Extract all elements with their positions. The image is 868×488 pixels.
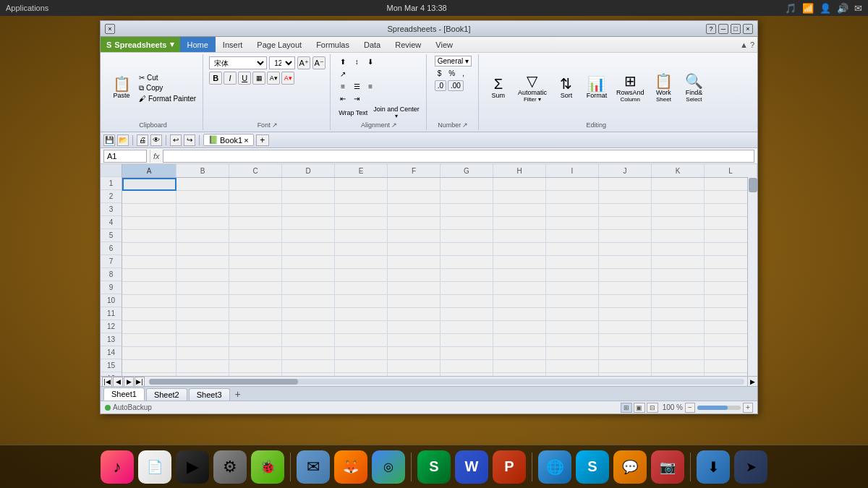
- cell-G2[interactable]: [441, 191, 493, 204]
- cell-A8[interactable]: [122, 269, 176, 282]
- applications-menu[interactable]: Applications: [6, 4, 48, 12]
- currency-button[interactable]: $: [435, 68, 445, 79]
- cell-C14[interactable]: [229, 347, 282, 360]
- cell-E15[interactable]: [335, 360, 388, 373]
- copy-button[interactable]: ⧉ Copy: [137, 83, 198, 93]
- cell-I4[interactable]: [546, 217, 599, 230]
- menu-view[interactable]: View: [428, 37, 460, 52]
- cut-button[interactable]: ✂ Cut: [137, 73, 198, 82]
- cell-C15[interactable]: [229, 360, 282, 373]
- cell-C9[interactable]: [229, 282, 282, 295]
- cell-I3[interactable]: [546, 204, 599, 217]
- cell-I6[interactable]: [546, 243, 599, 256]
- zoom-out-button[interactable]: −: [685, 403, 695, 413]
- cell-G11[interactable]: [441, 308, 493, 321]
- bold-button[interactable]: B: [209, 72, 222, 85]
- font-grow-button[interactable]: A⁺: [297, 56, 310, 69]
- cell-A4[interactable]: [122, 217, 176, 230]
- cell-G8[interactable]: [441, 269, 493, 282]
- cell-F4[interactable]: [388, 217, 441, 230]
- dock-firefox[interactable]: 🦊: [334, 450, 367, 484]
- cell-A11[interactable]: [122, 308, 176, 321]
- cell-D2[interactable]: [282, 191, 335, 204]
- cell-K2[interactable]: [652, 191, 705, 204]
- cell-K13[interactable]: [652, 334, 705, 347]
- cell-B1[interactable]: [176, 178, 229, 191]
- cell-J10[interactable]: [599, 295, 652, 308]
- cell-K16[interactable]: [652, 373, 705, 376]
- cell-G4[interactable]: [441, 217, 493, 230]
- cell-D9[interactable]: [282, 282, 335, 295]
- row-header-8[interactable]: 8: [101, 268, 122, 281]
- cell-F16[interactable]: [388, 373, 441, 376]
- join-center-button[interactable]: Join and Center ▾: [371, 105, 422, 120]
- cell-K3[interactable]: [652, 204, 705, 217]
- page-layout-view-button[interactable]: ▣: [634, 403, 645, 413]
- cell-H12[interactable]: [493, 321, 546, 334]
- cell-E14[interactable]: [335, 347, 388, 360]
- cell-D14[interactable]: [282, 347, 335, 360]
- row-header-1[interactable]: 1: [101, 177, 122, 190]
- ribbon-help-icon[interactable]: ?: [750, 40, 754, 49]
- dock-chat[interactable]: 💬: [613, 450, 647, 484]
- cell-D4[interactable]: [282, 217, 335, 230]
- cell-B16[interactable]: [176, 373, 229, 376]
- cell-H11[interactable]: [493, 308, 546, 321]
- print-button[interactable]: 🖨: [137, 134, 148, 146]
- cell-E4[interactable]: [335, 217, 388, 230]
- cell-G1[interactable]: [441, 178, 493, 191]
- vertical-scrollbar-thumb[interactable]: [749, 178, 757, 192]
- window-close-button2[interactable]: ×: [743, 24, 753, 34]
- cell-B3[interactable]: [176, 204, 229, 217]
- cell-I1[interactable]: [546, 178, 599, 191]
- cell-I12[interactable]: [546, 321, 599, 334]
- cell-I15[interactable]: [546, 360, 599, 373]
- cell-B5[interactable]: [176, 230, 229, 243]
- formula-input[interactable]: [163, 150, 754, 163]
- window-max-button[interactable]: □: [731, 24, 741, 34]
- cell-A2[interactable]: [122, 191, 176, 204]
- cell-H15[interactable]: [493, 360, 546, 373]
- cell-K11[interactable]: [652, 308, 705, 321]
- row-header-10[interactable]: 10: [101, 294, 122, 307]
- col-header-J[interactable]: J: [599, 164, 652, 177]
- cell-K10[interactable]: [652, 295, 705, 308]
- cell-D3[interactable]: [282, 204, 335, 217]
- cell-J2[interactable]: [599, 191, 652, 204]
- cell-J16[interactable]: [599, 373, 652, 376]
- dock-writer[interactable]: W: [455, 450, 488, 484]
- col-header-A[interactable]: A: [122, 164, 176, 177]
- cell-K7[interactable]: [652, 256, 705, 269]
- cell-F14[interactable]: [388, 347, 441, 360]
- cell-A15[interactable]: [122, 360, 176, 373]
- vertical-scrollbar[interactable]: [747, 177, 757, 376]
- sheet-tab-3[interactable]: Sheet3: [189, 388, 230, 401]
- decrease-decimal-button[interactable]: .00: [448, 80, 464, 91]
- alignment-expand-icon[interactable]: ↗: [391, 121, 397, 129]
- cell-J6[interactable]: [599, 243, 652, 256]
- cell-F15[interactable]: [388, 360, 441, 373]
- ribbon-minimize-icon[interactable]: ▲: [740, 40, 748, 49]
- align-center-button[interactable]: ☰: [350, 80, 363, 92]
- dock-cursor[interactable]: ➤: [734, 450, 767, 484]
- cell-E5[interactable]: [335, 230, 388, 243]
- cell-B14[interactable]: [176, 347, 229, 360]
- cell-B9[interactable]: [176, 282, 229, 295]
- cell-B7[interactable]: [176, 256, 229, 269]
- cell-K1[interactable]: [652, 178, 705, 191]
- sort-button[interactable]: ⇅ Sort: [553, 75, 580, 100]
- cell-J4[interactable]: [599, 217, 652, 230]
- window-min-button[interactable]: ─: [718, 24, 728, 34]
- cell-E9[interactable]: [335, 282, 388, 295]
- cell-G9[interactable]: [441, 282, 493, 295]
- underline-button[interactable]: U: [238, 72, 251, 85]
- cell-A16[interactable]: [122, 373, 176, 376]
- cell-J5[interactable]: [599, 230, 652, 243]
- col-header-E[interactable]: E: [335, 164, 388, 177]
- cell-F9[interactable]: [388, 282, 441, 295]
- row-header-7[interactable]: 7: [101, 255, 122, 268]
- cell-K6[interactable]: [652, 243, 705, 256]
- cell-K9[interactable]: [652, 282, 705, 295]
- cell-J9[interactable]: [599, 282, 652, 295]
- cell-C1[interactable]: [229, 178, 282, 191]
